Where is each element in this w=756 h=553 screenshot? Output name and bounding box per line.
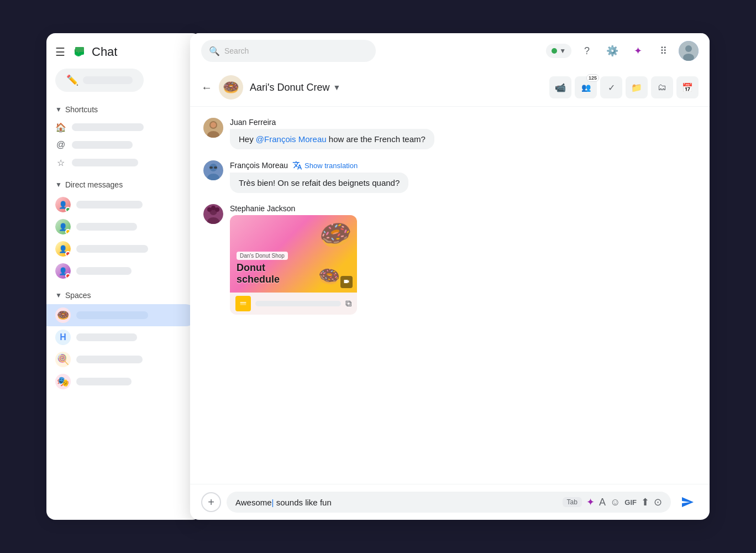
ai-icon: ✦ bbox=[634, 45, 642, 57]
dm-chevron: ▼ bbox=[55, 181, 62, 189]
apps-icon: ⠿ bbox=[660, 45, 667, 57]
donut-image: Dan's Donut Shop Donut schedule 🍩 🍩 bbox=[230, 215, 357, 293]
menu-icon[interactable]: ☰ bbox=[55, 45, 65, 59]
message-input-wrap[interactable]: Awesome| sounds like fun Tab ✦ A ☺ GIF ⬆… bbox=[227, 492, 671, 513]
mention-francois: @François Moreau bbox=[256, 134, 327, 144]
svg-rect-11 bbox=[209, 166, 213, 169]
card-footer-bar bbox=[255, 301, 341, 306]
more-options-icon[interactable]: ⊙ bbox=[654, 496, 662, 508]
dm-name-4 bbox=[76, 267, 132, 275]
sidebar-item-space-4[interactable]: 🎭 bbox=[46, 371, 197, 393]
search-bar[interactable]: 🔍 Search bbox=[201, 40, 376, 62]
message-content-2: François Moreau Show translation Très bi… bbox=[230, 160, 696, 193]
help-button[interactable]: ? bbox=[577, 41, 597, 61]
sidebar-item-space-2[interactable]: H bbox=[46, 326, 197, 348]
new-chat-icon: ✏️ bbox=[66, 74, 78, 86]
status-button[interactable]: ▼ bbox=[546, 44, 571, 58]
text-format-icon[interactable]: A bbox=[599, 497, 606, 508]
ai-button[interactable]: ✦ bbox=[628, 41, 648, 61]
tab-badge: Tab bbox=[563, 497, 582, 507]
message-input[interactable]: Awesome| sounds like fun bbox=[235, 498, 558, 507]
video-call-icon: 📹 bbox=[555, 82, 566, 93]
sidebar-item-space-3[interactable]: 🍭 bbox=[46, 348, 197, 371]
sidebar-item-home[interactable]: 🏠 bbox=[46, 118, 197, 136]
dm-avatar-3: 👤 bbox=[55, 241, 71, 257]
google-meet-button[interactable]: 👥 125 bbox=[575, 76, 597, 98]
settings-icon: ⚙️ bbox=[606, 45, 618, 57]
sidebar-item-dm-1[interactable]: 👤 bbox=[46, 194, 197, 216]
message-group-1: Juan Ferreira Hey @François Moreau how a… bbox=[203, 118, 696, 149]
direct-messages-section-header[interactable]: ▼ Direct messages bbox=[46, 176, 201, 194]
starred-icon: ☆ bbox=[55, 157, 66, 168]
sidebar-title: Chat bbox=[92, 45, 117, 59]
image-card[interactable]: Dan's Donut Shop Donut schedule 🍩 🍩 bbox=[230, 215, 357, 315]
files-button[interactable]: 📁 bbox=[626, 76, 648, 98]
user-avatar[interactable] bbox=[679, 41, 699, 61]
meet-icon: 👥 bbox=[581, 83, 591, 92]
google-chat-logo bbox=[71, 44, 86, 60]
space-name-3 bbox=[76, 356, 143, 363]
chat-title[interactable]: Aari's Donut Crew ▼ bbox=[250, 82, 340, 93]
svg-point-7 bbox=[211, 122, 216, 128]
svg-point-18 bbox=[211, 206, 216, 210]
header-actions: 📹 👥 125 ✓ 📁 🗂 📅 bbox=[549, 76, 699, 98]
calendar-button[interactable]: 📅 bbox=[676, 76, 699, 98]
svg-point-2 bbox=[685, 45, 692, 52]
upload-icon[interactable]: ⬆ bbox=[641, 496, 649, 508]
avatar-francois bbox=[203, 160, 223, 180]
sender-name-2: François Moreau bbox=[230, 161, 288, 170]
add-attachment-button[interactable]: + bbox=[201, 492, 221, 512]
space-name-4 bbox=[76, 378, 132, 385]
message-group-3: Stephanie Jackson Dan's Donut Shop Donut… bbox=[203, 204, 696, 315]
space-emoji-2: H bbox=[55, 330, 71, 345]
show-translation-label: Show translation bbox=[305, 161, 358, 170]
files-icon: 📁 bbox=[631, 82, 642, 93]
card-footer: ⧉ bbox=[230, 293, 357, 315]
dm-avatar-2: 👤 bbox=[55, 219, 71, 234]
video-call-button[interactable]: 📹 bbox=[549, 76, 571, 98]
shortcuts-section-header[interactable]: ▼ Shortcuts bbox=[46, 101, 201, 118]
archive-icon: 🗂 bbox=[658, 82, 666, 92]
sidebar-item-starred[interactable]: ☆ bbox=[46, 154, 197, 171]
archive-button[interactable]: 🗂 bbox=[651, 76, 673, 98]
message-header-2: François Moreau Show translation bbox=[230, 160, 696, 170]
new-chat-button[interactable]: ✏️ bbox=[55, 69, 144, 92]
spaces-section-header[interactable]: ▼ Spaces bbox=[46, 286, 201, 304]
apps-button[interactable]: ⠿ bbox=[653, 41, 673, 61]
sidebar-item-space-1[interactable]: 🍩 bbox=[46, 304, 197, 326]
dm-name-3 bbox=[76, 245, 148, 253]
emoji-icon[interactable]: ☺ bbox=[610, 497, 620, 508]
back-button[interactable]: ← bbox=[201, 81, 212, 94]
donut-emoji-large: 🍩 bbox=[316, 216, 356, 254]
dm-name-1 bbox=[76, 201, 143, 208]
copy-icon[interactable]: ⧉ bbox=[345, 299, 351, 309]
settings-button[interactable]: ⚙️ bbox=[602, 41, 622, 61]
ai-compose-icon[interactable]: ✦ bbox=[586, 496, 595, 508]
sender-name-1: Juan Ferreira bbox=[230, 118, 276, 127]
translate-icon bbox=[292, 160, 302, 170]
send-button[interactable] bbox=[676, 491, 699, 513]
sidebar-item-dm-2[interactable]: 👤 bbox=[46, 216, 197, 238]
show-translation-button[interactable]: Show translation bbox=[292, 160, 358, 170]
sidebar-item-dm-4[interactable]: 👤 bbox=[46, 260, 197, 282]
message-content-1: Juan Ferreira Hey @François Moreau how a… bbox=[230, 118, 696, 149]
shortcuts-chevron: ▼ bbox=[55, 106, 62, 113]
tasks-button[interactable]: ✓ bbox=[600, 76, 622, 98]
sidebar-item-dm-3[interactable]: 👤 bbox=[46, 238, 197, 260]
gif-icon[interactable]: GIF bbox=[624, 498, 637, 507]
calendar-icon: 📅 bbox=[682, 82, 693, 93]
space-name-2 bbox=[76, 333, 137, 341]
home-icon: 🏠 bbox=[55, 122, 66, 133]
help-icon: ? bbox=[584, 45, 590, 57]
donut-text-overlay: Dan's Donut Shop Donut schedule bbox=[237, 250, 288, 286]
sidebar-header: ☰ Chat bbox=[46, 44, 201, 69]
chat-group-name: Aari's Donut Crew bbox=[250, 82, 329, 93]
svg-point-17 bbox=[215, 207, 219, 212]
chat-title-chevron: ▼ bbox=[333, 83, 340, 92]
space-emoji-3: 🍭 bbox=[55, 352, 71, 367]
mentions-icon: @ bbox=[55, 139, 66, 150]
sidebar-item-mentions[interactable]: @ bbox=[46, 136, 197, 154]
space-emoji-1: 🍩 bbox=[55, 307, 71, 323]
svg-rect-12 bbox=[214, 166, 217, 169]
search-icon: 🔍 bbox=[209, 46, 220, 56]
